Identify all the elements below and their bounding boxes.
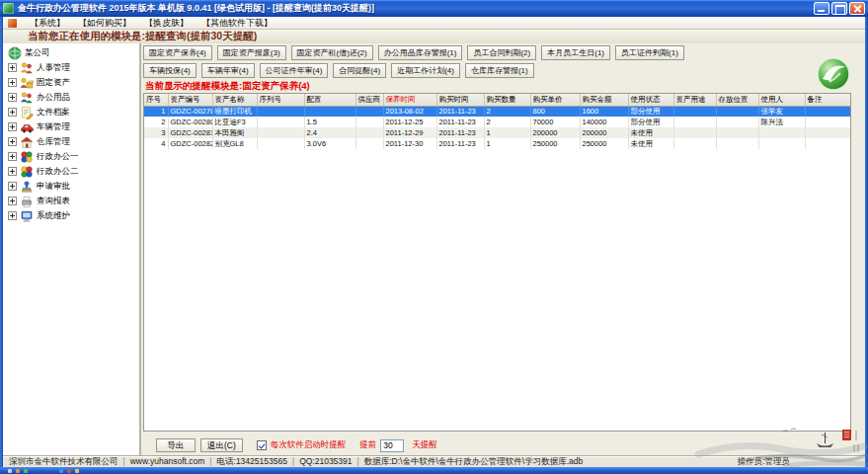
sidebar-item-fixed-assets[interactable]: 固定资产 xyxy=(3,75,139,90)
table-row[interactable]: 1GDZC-00278喷墨打印机2013-08-022011-11-232800… xyxy=(144,106,851,117)
cell: 2013-08-02 xyxy=(383,106,436,117)
reminder-button[interactable]: 车辆投保(4) xyxy=(143,63,197,78)
expand-plus-icon[interactable] xyxy=(8,93,17,102)
minimize-button[interactable] xyxy=(814,2,829,15)
column-header[interactable]: 购买单价 xyxy=(530,94,580,106)
column-header[interactable]: 序号 xyxy=(144,94,168,106)
os-taskbar[interactable] xyxy=(0,467,868,474)
expand-plus-icon[interactable] xyxy=(8,152,17,161)
reminder-button[interactable]: 员工合同到期(2) xyxy=(467,45,536,60)
expand-plus-icon[interactable] xyxy=(8,137,17,146)
expand-plus-icon[interactable] xyxy=(8,78,17,87)
column-header[interactable]: 资产名称 xyxy=(212,94,257,106)
maximize-button[interactable] xyxy=(831,2,847,15)
cell: 喷墨打印机 xyxy=(212,106,257,117)
reminder-button[interactable]: 合同提醒(4) xyxy=(333,63,386,78)
sidebar-item-system[interactable]: 系统维护 xyxy=(3,208,139,223)
sidebar-item-warehouse[interactable]: 仓库管理 xyxy=(3,134,139,149)
sidebar-item-hr[interactable]: 人事管理 xyxy=(3,60,139,75)
export-button[interactable]: 导出 xyxy=(156,438,196,452)
column-header[interactable]: 备注 xyxy=(805,94,851,106)
column-header[interactable]: 存放位置 xyxy=(716,94,758,106)
green-globe-logo-icon xyxy=(816,56,851,92)
column-header[interactable]: 保养时间 xyxy=(383,94,436,106)
reminder-button-row-1: 固定资产保养(4)固定资产报废(3)固定资产租(借)还(2)办公用品库存警报(1… xyxy=(143,45,684,60)
cell: 3.0V6 xyxy=(304,138,355,149)
cell: 张学友 xyxy=(758,106,805,117)
table-row[interactable]: 3GDZC-00281本田雅阁2.42011-12-292011-11-2312… xyxy=(144,127,851,138)
office-supplies-icon xyxy=(20,91,34,105)
sidebar-item-admin-office2[interactable]: 行政办公二 xyxy=(3,164,139,179)
startup-reminder-label[interactable]: 每次软件启动时提醒 xyxy=(271,439,347,451)
reminder-button[interactable]: 车辆年审(4) xyxy=(201,63,255,78)
startup-reminder-checkbox[interactable] xyxy=(257,440,267,450)
cell: 1.5 xyxy=(304,117,355,127)
reminder-button[interactable]: 固定资产保养(4) xyxy=(143,45,212,60)
admin-office2-icon xyxy=(20,165,34,179)
reminder-button[interactable]: 公司证件年审(4) xyxy=(260,63,329,78)
sidebar-item-documents[interactable]: 文件档案 xyxy=(3,105,139,119)
taskbar-icon xyxy=(24,469,28,473)
column-header[interactable]: 配置 xyxy=(304,94,355,106)
column-header[interactable]: 购买金额 xyxy=(580,94,628,106)
column-header[interactable]: 购买时间 xyxy=(436,94,484,106)
expand-plus-icon[interactable] xyxy=(8,122,17,131)
cell xyxy=(257,138,304,149)
close-button[interactable] xyxy=(849,2,865,15)
reminder-button[interactable]: 员工证件到期(1) xyxy=(615,45,684,60)
menu-app-icon xyxy=(8,19,17,28)
reminder-button[interactable]: 仓库库存警报(1) xyxy=(465,63,534,78)
reports-icon xyxy=(20,195,34,208)
sidebar-item-label: 办公用品 xyxy=(37,92,70,104)
sidebar-item-reports[interactable]: 查询报表 xyxy=(3,194,139,208)
column-header[interactable]: 使用状态 xyxy=(628,94,673,106)
column-header[interactable]: 供应商 xyxy=(355,94,383,106)
sidebar-item-label: 行政办公二 xyxy=(37,166,79,178)
sidebar-item-approval[interactable]: 申请审批 xyxy=(3,179,139,194)
reminder-button[interactable]: 办公用品库存警报(1) xyxy=(378,45,463,60)
cell: 部分使用 xyxy=(628,106,673,117)
menu-item[interactable]: 【其他软件下载】 xyxy=(201,18,273,28)
cell: 200000 xyxy=(580,127,628,138)
cell: 比亚迪F3 xyxy=(212,117,257,127)
sidebar-item-office-supplies[interactable]: 办公用品 xyxy=(3,90,139,105)
documents-icon xyxy=(20,106,34,119)
column-header[interactable]: 资产编号 xyxy=(168,94,212,106)
menu-item[interactable]: 【如何购买】 xyxy=(78,18,131,28)
column-header[interactable]: 购买数量 xyxy=(484,94,530,106)
reminder-button[interactable]: 固定资产租(借)还(2) xyxy=(291,45,373,60)
advance-days-input[interactable] xyxy=(380,439,404,452)
expand-plus-icon[interactable] xyxy=(8,63,17,72)
column-header[interactable]: 序列号 xyxy=(257,94,304,106)
expand-plus-icon[interactable] xyxy=(8,182,17,191)
cell: GDZC-00281 xyxy=(168,127,212,138)
expand-plus-icon[interactable] xyxy=(8,211,17,220)
menu-item[interactable]: 【系统】 xyxy=(30,18,65,28)
sidebar-item-admin-office1[interactable]: 行政办公一 xyxy=(3,149,139,164)
title-bar[interactable]: 金牛行政办公管理软件 2015年版本 单机版 9.0.41 [绿色试用版] - … xyxy=(0,0,868,17)
table-row[interactable]: 4GDZC-00282别克GL83.0V62011-12-302011-11-2… xyxy=(144,138,851,149)
column-header[interactable]: 资产用途 xyxy=(673,94,716,106)
reminder-table: 序号资产编号资产名称序列号配置供应商保养时间购买时间购买数量购买单价购买金额使用… xyxy=(143,93,851,432)
reminder-button-row-2: 车辆投保(4)车辆年审(4)公司证件年审(4)合同提醒(4)近期工作计划(4)仓… xyxy=(143,63,534,78)
main-content: 固定资产保养(4)固定资产报废(3)固定资产租(借)还(2)办公用品库存警报(1… xyxy=(141,43,865,456)
reminder-button[interactable]: 固定资产报废(3) xyxy=(217,45,286,60)
cell: 1 xyxy=(484,127,530,138)
cell xyxy=(805,127,851,138)
taskbar-icon xyxy=(59,469,63,473)
tree-root-company[interactable]: 某公司 xyxy=(3,45,139,60)
sidebar-item-label: 文件档案 xyxy=(37,107,70,118)
table-row[interactable]: 2GDZC-00280比亚迪F31.52011-12-252011-11-232… xyxy=(144,117,851,127)
expand-plus-icon[interactable] xyxy=(8,108,17,117)
cell xyxy=(673,106,716,117)
sidebar-item-vehicles[interactable]: 车辆管理 xyxy=(3,119,139,134)
cell: GDZC-00280 xyxy=(168,117,212,127)
column-header[interactable]: 使用人 xyxy=(758,94,805,106)
cell: 250000 xyxy=(580,138,628,149)
expand-plus-icon[interactable] xyxy=(8,197,17,205)
reminder-button[interactable]: 近期工作计划(4) xyxy=(391,63,460,78)
exit-button[interactable]: 退出(C) xyxy=(200,438,243,452)
menu-item[interactable]: 【换皮肤】 xyxy=(144,18,189,28)
reminder-button[interactable]: 本月员工生日(1) xyxy=(541,45,610,60)
expand-plus-icon[interactable] xyxy=(8,167,17,176)
